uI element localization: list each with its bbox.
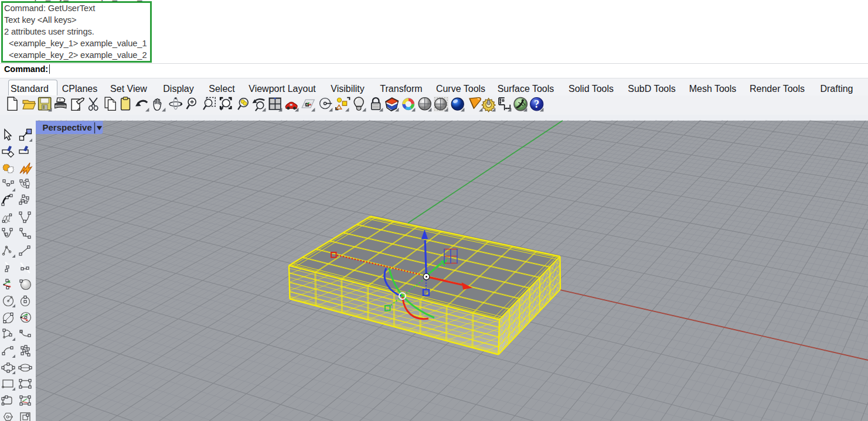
svg-text:Perspective: Perspective [43, 122, 92, 132]
